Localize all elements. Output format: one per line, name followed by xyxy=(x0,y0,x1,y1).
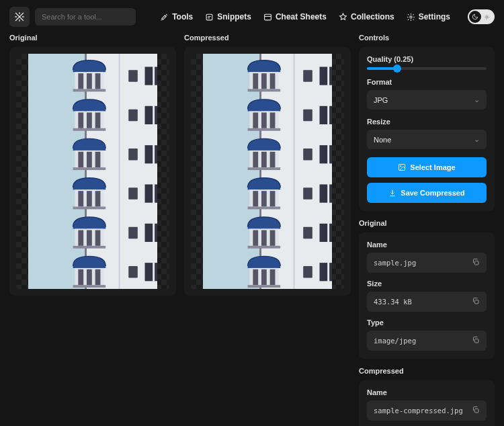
original-size-field: 433.34 kB xyxy=(367,292,487,312)
quality-slider-fill xyxy=(367,67,397,70)
original-image xyxy=(28,54,157,289)
svg-rect-54 xyxy=(265,14,271,20)
nav-collections[interactable]: Collections xyxy=(339,12,394,22)
nav-settings-label: Settings xyxy=(419,12,450,22)
copy-icon[interactable] xyxy=(472,336,480,345)
image-icon xyxy=(398,163,406,171)
compressed-panel-title: Compressed xyxy=(184,34,351,42)
format-label: Format xyxy=(367,78,487,86)
original-name-label: Name xyxy=(367,241,487,249)
sun-icon xyxy=(484,14,490,20)
chevron-down-icon: ⌄ xyxy=(474,135,480,144)
copy-icon[interactable] xyxy=(472,297,480,306)
compressed-panel: Compressed xyxy=(184,34,351,426)
theme-toggle-knob xyxy=(469,11,481,23)
compressed-info-title: Compressed xyxy=(359,367,495,375)
nav-cheat-sheets-label: Cheat Sheets xyxy=(276,12,327,22)
resize-value: None xyxy=(374,136,391,144)
original-type-label: Type xyxy=(367,318,487,327)
original-image-container xyxy=(9,47,176,296)
copy-icon[interactable] xyxy=(472,258,480,267)
chevron-down-icon: ⌄ xyxy=(474,95,480,104)
controls-card: Quality (0.25) Format JPG ⌄ Resize None … xyxy=(359,47,495,211)
search-input[interactable] xyxy=(42,13,134,21)
nav-snippets[interactable]: Snippets xyxy=(205,12,251,22)
original-checker-bg xyxy=(16,54,169,289)
download-icon xyxy=(388,189,396,197)
original-size-label: Size xyxy=(367,280,487,288)
original-panel-title: Original xyxy=(9,34,176,42)
cheat-sheets-icon xyxy=(263,13,272,22)
svg-rect-61 xyxy=(475,339,479,343)
svg-point-56 xyxy=(486,16,488,18)
quality-label: Quality (0.25) xyxy=(367,55,487,63)
nav-settings[interactable]: Settings xyxy=(407,12,450,22)
nav-collections-label: Collections xyxy=(351,12,394,22)
svg-rect-59 xyxy=(475,261,479,265)
compressed-image xyxy=(203,54,332,289)
compressed-info-card: Name sample-compressed.jpg Size 135.7 kB… xyxy=(359,380,495,426)
header: Tools Snippets Cheat Sheets Collections … xyxy=(0,0,504,34)
svg-rect-53 xyxy=(206,14,212,20)
compressed-image-container xyxy=(184,47,351,296)
nav-tools-label: Tools xyxy=(172,12,193,22)
copy-icon[interactable] xyxy=(472,406,480,415)
compressed-checker-bg xyxy=(191,54,344,289)
resize-label: Resize xyxy=(367,118,487,126)
quality-slider[interactable] xyxy=(367,67,487,70)
svg-point-58 xyxy=(401,166,402,167)
svg-rect-62 xyxy=(475,409,479,413)
tools-icon xyxy=(160,13,169,22)
nav-snippets-label: Snippets xyxy=(217,12,251,22)
moon-icon xyxy=(472,13,478,20)
main-content: Original Compressed Controls Quality (0.… xyxy=(0,34,504,426)
settings-icon xyxy=(407,13,415,22)
compressed-name-value: sample-compressed.jpg xyxy=(374,407,463,415)
compressed-name-label: Name xyxy=(367,388,487,396)
original-name-field: sample.jpg xyxy=(367,253,487,273)
select-image-label: Select Image xyxy=(410,163,455,171)
collections-icon xyxy=(339,13,347,22)
compressed-name-field: sample-compressed.jpg xyxy=(367,400,487,421)
search-box[interactable] xyxy=(35,8,136,26)
app-logo[interactable] xyxy=(9,7,30,27)
original-size-value: 433.34 kB xyxy=(374,298,412,306)
controls-title: Controls xyxy=(359,34,495,42)
format-select[interactable]: JPG ⌄ xyxy=(367,90,487,110)
svg-rect-60 xyxy=(475,300,479,304)
original-type-field: image/jpeg xyxy=(367,331,487,351)
tools-logo-icon xyxy=(14,11,25,22)
save-compressed-button[interactable]: Save Compressed xyxy=(367,183,487,203)
original-name-value: sample.jpg xyxy=(374,259,416,267)
select-image-button[interactable]: Select Image xyxy=(367,157,487,177)
save-compressed-label: Save Compressed xyxy=(401,189,464,197)
original-type-value: image/jpeg xyxy=(374,337,416,345)
snippets-icon xyxy=(205,13,214,22)
original-info-title: Original xyxy=(359,219,495,227)
sidebar: Controls Quality (0.25) Format JPG ⌄ Res… xyxy=(359,34,495,426)
format-value: JPG xyxy=(374,96,388,104)
nav-tools[interactable]: Tools xyxy=(160,12,193,22)
quality-slider-thumb[interactable] xyxy=(393,65,401,73)
main-nav: Tools Snippets Cheat Sheets Collections … xyxy=(160,9,495,24)
theme-toggle[interactable] xyxy=(468,9,495,24)
original-panel: Original xyxy=(9,34,176,426)
nav-cheat-sheets[interactable]: Cheat Sheets xyxy=(263,12,327,22)
resize-select[interactable]: None ⌄ xyxy=(367,130,487,149)
svg-point-55 xyxy=(410,15,412,17)
original-info-card: Name sample.jpg Size 433.34 kB Type imag… xyxy=(359,232,495,359)
